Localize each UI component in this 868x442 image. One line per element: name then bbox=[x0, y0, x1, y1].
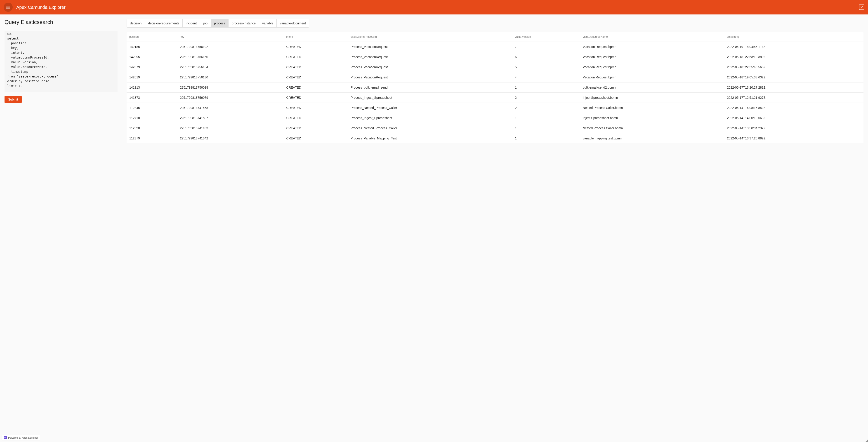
page-title: Query Elasticsearch bbox=[4, 19, 118, 25]
table-row[interactable]: 1420192251799813756130CREATEDProcess_Vac… bbox=[127, 72, 864, 83]
app-bar: Apex Camunda Explorer ? bbox=[0, 0, 868, 14]
submit-button[interactable]: Submit bbox=[4, 96, 22, 103]
table-cell: CREATED bbox=[284, 83, 348, 93]
tab-job[interactable]: job bbox=[200, 19, 211, 27]
table-cell: CREATED bbox=[284, 52, 348, 62]
table-cell: 142186 bbox=[127, 42, 177, 52]
table-cell: 112379 bbox=[127, 133, 177, 144]
table-cell: 2022-05-17T12:51:21.927Z bbox=[724, 93, 864, 103]
tab-decision-requirements[interactable]: decision-requirements bbox=[145, 19, 183, 27]
table-cell: Vacation Request.bpmn bbox=[580, 42, 724, 52]
table-cell: 2251799813756079 bbox=[177, 93, 284, 103]
index-tabs: decisiondecision-requirementsincidentjob… bbox=[127, 19, 309, 28]
table-cell: 2022-05-18T19:05:33.632Z bbox=[724, 72, 864, 83]
table-cell: 1 bbox=[512, 83, 580, 93]
table-cell: 2022-05-18T22:35:49.565Z bbox=[724, 62, 864, 72]
hamburger-icon bbox=[6, 5, 11, 10]
footer-text: Powered by Apex Designer bbox=[8, 436, 38, 439]
resize-handle-icon bbox=[865, 439, 868, 442]
table-header-row: positionkeyintentvalue.bpmnProcessIdvalu… bbox=[127, 32, 864, 42]
table-row[interactable]: 1127182251799813741507CREATEDProcess_Ing… bbox=[127, 113, 864, 123]
table-cell: Injest Spreadsheet.bpmn bbox=[580, 93, 724, 103]
table-cell: Nested Process Caller.bpmn bbox=[580, 123, 724, 133]
table-cell: 142019 bbox=[127, 72, 177, 83]
table-row[interactable]: 1419132251799813756098CREATEDProcess_bul… bbox=[127, 83, 864, 93]
menu-button[interactable] bbox=[4, 3, 13, 12]
table-cell: 2022-05-17T13:20:27.281Z bbox=[724, 83, 864, 93]
table-row[interactable]: 1123792251799813741342CREATEDProcess_Var… bbox=[127, 133, 864, 144]
tab-decision[interactable]: decision bbox=[127, 19, 145, 27]
table-row[interactable]: 1418732251799813756079CREATEDProcess_Ing… bbox=[127, 93, 864, 103]
column-header[interactable]: intent bbox=[284, 32, 348, 42]
table-cell: Process_VacationRequest bbox=[348, 42, 512, 52]
tab-variable-document[interactable]: variable-document bbox=[277, 19, 309, 27]
results-panel: decisiondecision-requirementsincidentjob… bbox=[127, 19, 864, 143]
app-title: Apex Camunda Explorer bbox=[16, 5, 66, 10]
table-row[interactable]: 1420792251799813756154CREATEDProcess_Vac… bbox=[127, 62, 864, 72]
table-cell: 2251799813756160 bbox=[177, 52, 284, 62]
table-cell: CREATED bbox=[284, 133, 348, 144]
table-row[interactable]: 1126902251799813741493CREATEDProcess_Nes… bbox=[127, 123, 864, 133]
table-cell: bulk-email-send2.bpmn bbox=[580, 83, 724, 93]
table-cell: Process_VacationRequest bbox=[348, 72, 512, 83]
table-cell: 2022-05-14T14:00:10.563Z bbox=[724, 113, 864, 123]
table-body: 1421862251799813756192CREATEDProcess_Vac… bbox=[127, 42, 864, 144]
table-cell: 2022-05-14T13:58:04.232Z bbox=[724, 123, 864, 133]
sql-input-container: SQL bbox=[4, 31, 118, 92]
table-cell: Process_VacationRequest bbox=[348, 52, 512, 62]
table-cell: Process_VacationRequest bbox=[348, 62, 512, 72]
table-cell: 2022-05-14T13:37:20.889Z bbox=[724, 133, 864, 144]
table-row[interactable]: 1421862251799813756192CREATEDProcess_Vac… bbox=[127, 42, 864, 52]
table-cell: 142079 bbox=[127, 62, 177, 72]
table-cell: 2251799813741493 bbox=[177, 123, 284, 133]
table-cell: 7 bbox=[512, 42, 580, 52]
footer-badge[interactable]: ad Powered by Apex Designer bbox=[2, 435, 40, 440]
tab-process-instance[interactable]: process-instance bbox=[228, 19, 259, 27]
table-cell: 112845 bbox=[127, 103, 177, 113]
table-cell: 2022-05-14T14:08:16.859Z bbox=[724, 103, 864, 113]
table-cell: variable mapping test.bpmn bbox=[580, 133, 724, 144]
table-cell: 2251799813756154 bbox=[177, 62, 284, 72]
results-table-card: positionkeyintentvalue.bpmnProcessIdvalu… bbox=[127, 32, 864, 143]
help-icon: ? bbox=[861, 5, 863, 9]
help-button[interactable]: ? bbox=[859, 4, 864, 10]
table-cell: Vacation Request.bpmn bbox=[580, 52, 724, 62]
table-cell: 141913 bbox=[127, 83, 177, 93]
sql-label: SQL bbox=[7, 33, 115, 35]
column-header[interactable]: key bbox=[177, 32, 284, 42]
table-cell: Process_Nested_Process_Caller bbox=[348, 103, 512, 113]
table-cell: 6 bbox=[512, 52, 580, 62]
table-cell: CREATED bbox=[284, 42, 348, 52]
results-table: positionkeyintentvalue.bpmnProcessIdvalu… bbox=[127, 32, 864, 143]
table-row[interactable]: 1420952251799813756160CREATEDProcess_Vac… bbox=[127, 52, 864, 62]
table-row[interactable]: 1128452251799813741568CREATEDProcess_Nes… bbox=[127, 103, 864, 113]
table-cell: 4 bbox=[512, 72, 580, 83]
column-header[interactable]: position bbox=[127, 32, 177, 42]
table-cell: 1 bbox=[512, 123, 580, 133]
tab-variable[interactable]: variable bbox=[259, 19, 277, 27]
table-cell: Process_bulk_email_send bbox=[348, 83, 512, 93]
table-cell: Vacation Request.bpmn bbox=[580, 72, 724, 83]
column-header[interactable]: value.version bbox=[512, 32, 580, 42]
table-cell: 2 bbox=[512, 103, 580, 113]
table-cell: Process_Ingest_Spreadsheet bbox=[348, 93, 512, 103]
sql-textarea[interactable] bbox=[7, 36, 115, 88]
table-cell: 112690 bbox=[127, 123, 177, 133]
table-cell: CREATED bbox=[284, 103, 348, 113]
apex-designer-icon: ad bbox=[4, 436, 7, 439]
table-cell: 1 bbox=[512, 133, 580, 144]
column-header[interactable]: value.bpmnProcessId bbox=[348, 32, 512, 42]
query-panel: Query Elasticsearch SQL Submit bbox=[4, 19, 118, 103]
column-header[interactable]: value.resourceName bbox=[580, 32, 724, 42]
tab-process[interactable]: process bbox=[211, 19, 228, 27]
table-cell: CREATED bbox=[284, 113, 348, 123]
table-cell: 141873 bbox=[127, 93, 177, 103]
table-cell: 2251799813756192 bbox=[177, 42, 284, 52]
column-header[interactable]: timestamp bbox=[724, 32, 864, 42]
table-cell: CREATED bbox=[284, 93, 348, 103]
tab-incident[interactable]: incident bbox=[183, 19, 200, 27]
table-cell: 2022-05-19T18:04:56.113Z bbox=[724, 42, 864, 52]
table-cell: 1 bbox=[512, 113, 580, 123]
table-cell: 2 bbox=[512, 93, 580, 103]
table-cell: 142095 bbox=[127, 52, 177, 62]
